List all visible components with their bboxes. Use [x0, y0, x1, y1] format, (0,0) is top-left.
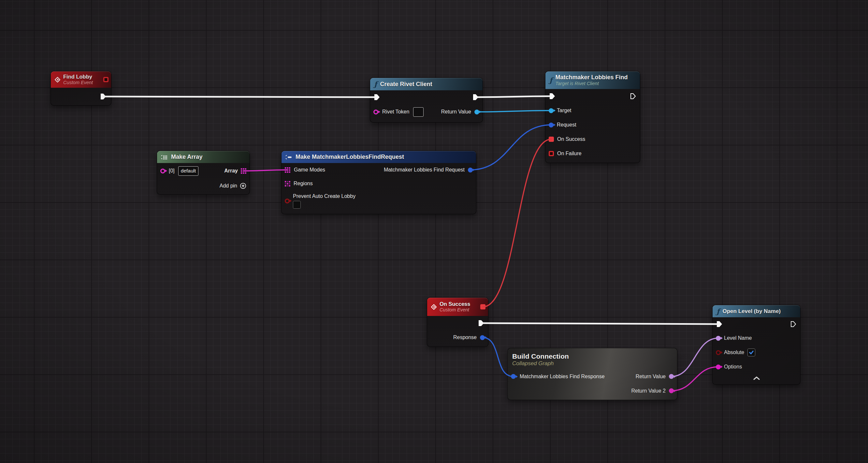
- wire[interactable]: [672, 367, 718, 391]
- blueprint-canvas[interactable]: Find Lobby Custom Event ƒ Create Rivet C…: [0, 0, 868, 463]
- wire[interactable]: [672, 338, 718, 377]
- wire[interactable]: [244, 170, 288, 171]
- wire-layer: [0, 0, 868, 463]
- wire[interactable]: [476, 96, 552, 97]
- wire[interactable]: [483, 139, 551, 307]
- wire[interactable]: [481, 323, 719, 324]
- wire[interactable]: [477, 111, 551, 112]
- wire[interactable]: [103, 96, 377, 97]
- wire[interactable]: [483, 338, 514, 377]
